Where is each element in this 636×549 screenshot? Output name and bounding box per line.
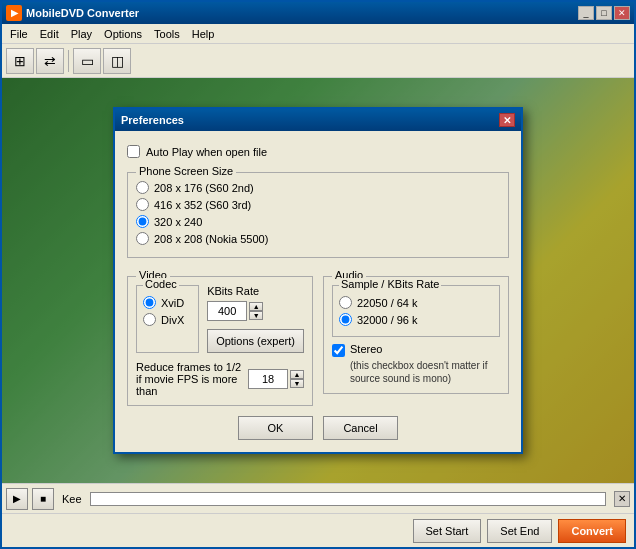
minimize-button[interactable]: _ xyxy=(578,6,594,20)
kbits-col: KBits Rate 400 ▲ ▼ Opt xyxy=(207,285,304,353)
sample-group: Sample / KBits Rate 22050 / 64 k 32000 /… xyxy=(332,285,500,337)
sample-title: Sample / KBits Rate xyxy=(339,278,441,290)
stereo-label: Stereo xyxy=(350,343,382,355)
toolbar-btn-1[interactable]: ⊞ xyxy=(6,48,34,74)
reduce-arrows: ▲ ▼ xyxy=(290,370,304,388)
set-start-button[interactable]: Set Start xyxy=(413,519,482,543)
sample-22050-row: 22050 / 64 k xyxy=(339,296,493,309)
reduce-input[interactable]: 18 xyxy=(248,369,288,389)
radio-xvid[interactable] xyxy=(143,296,156,309)
phone-screen-title: Phone Screen Size xyxy=(136,165,236,177)
reduce-up-arrow[interactable]: ▲ xyxy=(290,370,304,379)
title-bar-buttons: _ □ ✕ xyxy=(578,6,630,20)
reduce-frames-row: Reduce frames to 1/2 if movie FPS is mor… xyxy=(136,361,304,397)
phone-screen-col: Phone Screen Size 208 x 176 (S60 2nd) 41… xyxy=(127,172,509,266)
menu-file[interactable]: File xyxy=(4,26,34,42)
kbits-up-arrow[interactable]: ▲ xyxy=(249,302,263,311)
bottom-close-button[interactable]: ✕ xyxy=(614,491,630,507)
codec-xvid-row: XviD xyxy=(143,296,192,309)
dialog-close-button[interactable]: ✕ xyxy=(499,113,515,127)
cancel-button[interactable]: Cancel xyxy=(323,416,398,440)
codec-group: Codec XviD DivX xyxy=(136,285,199,353)
codec-divx-row: DivX xyxy=(143,313,192,326)
radio-32000[interactable] xyxy=(339,313,352,326)
kbits-arrows: ▲ ▼ xyxy=(249,302,263,320)
menu-play[interactable]: Play xyxy=(65,26,98,42)
phone-screen-group: Phone Screen Size 208 x 176 (S60 2nd) 41… xyxy=(127,172,509,258)
reduce-spinner: 18 ▲ ▼ xyxy=(248,369,304,389)
ok-button[interactable]: OK xyxy=(238,416,313,440)
label-416x352: 416 x 352 (S60 3rd) xyxy=(154,199,251,211)
options-expert-button[interactable]: Options (expert) xyxy=(207,329,304,353)
bottom-columns: Video Codec XviD xyxy=(127,276,509,406)
stereo-row: Stereo (this checkbox doesn't matter if … xyxy=(332,343,500,385)
toolbar-btn-4[interactable]: ◫ xyxy=(103,48,131,74)
audio-group: Audio Sample / KBits Rate 22050 / 64 k xyxy=(323,276,509,394)
convert-button[interactable]: Convert xyxy=(558,519,626,543)
menu-bar: File Edit Play Options Tools Help xyxy=(2,24,634,44)
radio-416x352[interactable] xyxy=(136,198,149,211)
kbits-down-arrow[interactable]: ▼ xyxy=(249,311,263,320)
reduce-down-arrow[interactable]: ▼ xyxy=(290,379,304,388)
radio-divx[interactable] xyxy=(143,313,156,326)
phone-radio-416x352: 416 x 352 (S60 3rd) xyxy=(136,198,500,211)
stereo-checkbox[interactable] xyxy=(332,344,345,357)
main-content: Preferences ✕ Auto Play when open file xyxy=(2,78,634,483)
phone-radio-208x176: 208 x 176 (S60 2nd) xyxy=(136,181,500,194)
menu-edit[interactable]: Edit xyxy=(34,26,65,42)
set-end-button[interactable]: Set End xyxy=(487,519,552,543)
codec-title: Codec xyxy=(143,278,179,290)
video-inner: Codec XviD DivX xyxy=(136,285,304,353)
toolbar: ⊞ ⇄ ▭ ◫ xyxy=(2,44,634,78)
sample-32000-row: 32000 / 96 k xyxy=(339,313,493,326)
play-button[interactable]: ▶ xyxy=(6,488,28,510)
label-xvid: XviD xyxy=(161,297,184,309)
app-title: MobileDVD Converter xyxy=(26,7,578,19)
app-window: ▶ MobileDVD Converter _ □ ✕ File Edit Pl… xyxy=(0,0,636,549)
title-bar: ▶ MobileDVD Converter _ □ ✕ xyxy=(2,2,634,24)
kbits-label: KBits Rate xyxy=(207,285,259,297)
radio-208x208[interactable] xyxy=(136,232,149,245)
autoplay-label: Auto Play when open file xyxy=(146,146,267,158)
bottom-controls: ▶ ■ Kee ✕ xyxy=(2,483,634,513)
dialog-title: Preferences xyxy=(121,114,499,126)
stereo-content: Stereo (this checkbox doesn't matter if … xyxy=(350,343,500,385)
menu-help[interactable]: Help xyxy=(186,26,221,42)
dialog-title-bar: Preferences ✕ xyxy=(115,109,521,131)
action-bar: Set Start Set End Convert xyxy=(2,513,634,547)
video-group: Video Codec XviD xyxy=(127,276,313,406)
stop-button[interactable]: ■ xyxy=(32,488,54,510)
phone-radio-320x240: 320 x 240 xyxy=(136,215,500,228)
dialog-buttons: OK Cancel xyxy=(127,416,509,440)
dialog-columns: Phone Screen Size 208 x 176 (S60 2nd) 41… xyxy=(127,172,509,266)
modal-overlay: Preferences ✕ Auto Play when open file xyxy=(2,78,634,483)
toolbar-btn-2[interactable]: ⇄ xyxy=(36,48,64,74)
audio-col: Audio Sample / KBits Rate 22050 / 64 k xyxy=(323,276,509,406)
autoplay-checkbox[interactable] xyxy=(127,145,140,158)
dialog-body: Auto Play when open file Phone Screen Si… xyxy=(115,131,521,452)
toolbar-separator xyxy=(68,50,69,72)
app-icon: ▶ xyxy=(6,5,22,21)
label-320x240: 320 x 240 xyxy=(154,216,202,228)
menu-tools[interactable]: Tools xyxy=(148,26,186,42)
menu-options[interactable]: Options xyxy=(98,26,148,42)
kbits-spinner: 400 ▲ ▼ xyxy=(207,301,263,321)
autoplay-row: Auto Play when open file xyxy=(127,141,509,162)
radio-320x240[interactable] xyxy=(136,215,149,228)
maximize-button[interactable]: □ xyxy=(596,6,612,20)
toolbar-btn-3[interactable]: ▭ xyxy=(73,48,101,74)
progress-bar[interactable] xyxy=(90,492,606,506)
radio-22050[interactable] xyxy=(339,296,352,309)
radio-208x176[interactable] xyxy=(136,181,149,194)
preferences-dialog: Preferences ✕ Auto Play when open file xyxy=(113,107,523,454)
video-col: Video Codec XviD xyxy=(127,276,313,406)
label-22050: 22050 / 64 k xyxy=(357,297,418,309)
label-208x176: 208 x 176 (S60 2nd) xyxy=(154,182,254,194)
close-button[interactable]: ✕ xyxy=(614,6,630,20)
label-32000: 32000 / 96 k xyxy=(357,314,418,326)
reduce-label: Reduce frames to 1/2 if movie FPS is mor… xyxy=(136,361,242,397)
stereo-note: (this checkbox doesn't matter if source … xyxy=(350,359,500,385)
kbits-input[interactable]: 400 xyxy=(207,301,247,321)
label-divx: DivX xyxy=(161,314,184,326)
phone-radio-208x208: 208 x 208 (Nokia 5500) xyxy=(136,232,500,245)
